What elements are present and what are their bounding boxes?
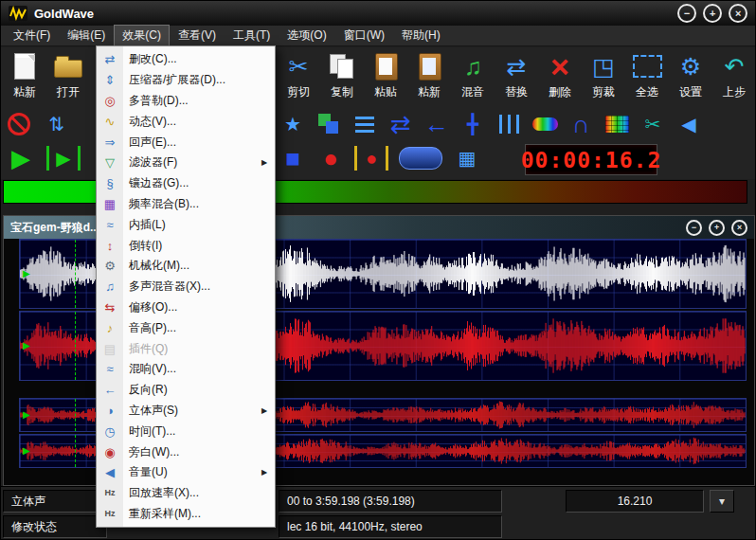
menu-item-time[interactable]: ◷ 时间(T)...: [97, 421, 275, 441]
menu-item-mixer[interactable]: ♫ 多声混音器(X)...: [97, 277, 275, 297]
playhead-marker-icon[interactable]: [23, 341, 30, 351]
menu-item-filter[interactable]: ▽ 滤波器(F): [97, 153, 275, 173]
toolbar-button-icon: [408, 49, 450, 83]
paste-button[interactable]: 粘贴: [364, 49, 407, 108]
menu-item-echo[interactable]: ⇒ 回声(E)...: [97, 132, 275, 153]
toolbar-group-right2: ★ ⇄ ← ╋ ∩ ✂ ◀: [279, 110, 703, 138]
menu-options[interactable]: 选项(O): [279, 25, 334, 46]
menu-item-invert[interactable]: ↕ 倒转(I): [97, 235, 275, 256]
child-minimize-button[interactable]: −: [686, 220, 702, 236]
menu-item-interpolate[interactable]: ≈ 内插(L): [97, 214, 275, 235]
menu-item-label: 镶边器(G)...: [123, 175, 261, 191]
toolbar-button-icon: ◳: [583, 49, 624, 83]
bridge-button[interactable]: ∩: [567, 110, 595, 138]
menu-item-mechanize[interactable]: ⚙ 机械化(M)...: [97, 256, 275, 277]
gear-icon: ⚙: [680, 55, 701, 79]
reverse-icon: ←: [97, 384, 123, 396]
menu-edit[interactable]: 编辑(E): [59, 25, 114, 46]
split-button[interactable]: ✂: [639, 110, 667, 138]
toolbar-button-label: 剪切: [287, 84, 310, 100]
playhead-line: [75, 312, 76, 380]
menu-item-compressor-expander[interactable]: ⇕ 压缩器/扩展器(D)...: [97, 70, 275, 91]
menu-item-frequency-blend[interactable]: ▦ 频率混合(B)...: [97, 194, 275, 215]
menu-item-reverb[interactable]: ≈ 混响(V)...: [97, 359, 275, 380]
child-close-button[interactable]: ×: [731, 220, 747, 236]
mix-button[interactable]: ♫ 混音: [451, 49, 495, 108]
shift-left-button[interactable]: ←: [423, 110, 451, 138]
minimize-button[interactable]: −: [677, 4, 696, 23]
delete-button[interactable]: × 删除: [538, 49, 582, 108]
paste-new-button[interactable]: 粘新: [3, 49, 46, 108]
zoom-dropdown-button[interactable]: ▾: [710, 490, 734, 513]
menu-item-flanger[interactable]: § 镶边器(G)...: [97, 173, 275, 194]
frequency-grid-icon: ▦: [97, 198, 123, 210]
channel-swap-button[interactable]: ⇄: [387, 110, 415, 138]
menu-help[interactable]: 帮助(H): [393, 25, 449, 46]
menu-item-label: 立体声(S): [123, 403, 261, 419]
playhead-marker-icon[interactable]: [23, 269, 30, 279]
playhead-line: [75, 399, 76, 431]
no-sync-button[interactable]: [5, 110, 33, 138]
paste-new-button-2[interactable]: 粘新: [407, 49, 451, 108]
playhead-marker-icon[interactable]: [23, 410, 30, 420]
spectrum-button[interactable]: [531, 110, 559, 138]
child-maximize-button[interactable]: +: [709, 220, 725, 236]
menu-item-label: 反向(R): [123, 382, 261, 398]
menu-item-playback-rate[interactable]: Hz 回放速率(X)...: [97, 483, 275, 504]
menu-item-label: 多普勒(D)...: [123, 93, 261, 109]
replace-button[interactable]: ⇄ 替换: [495, 49, 538, 108]
select-all-button[interactable]: 全选: [625, 49, 669, 108]
menu-window[interactable]: 窗口(W): [335, 25, 393, 46]
scissors-icon: ✂: [289, 55, 309, 79]
menu-item-stereo[interactable]: ◑ 立体声(S): [97, 401, 275, 422]
maximize-button[interactable]: +: [703, 4, 722, 23]
settings-button[interactable]: ⚙ 设置: [669, 49, 712, 108]
oval-control-button[interactable]: [398, 144, 443, 172]
play-button[interactable]: ▶: [7, 144, 35, 172]
equalizer-button[interactable]: [495, 110, 523, 138]
goldwave-window: GoldWave −+× 文件(F)编辑(E)效果(C)查看(V)工具(T)选项…: [0, 0, 756, 540]
cue-list-button[interactable]: [351, 110, 379, 138]
menu-item-plugin[interactable]: ▤ 插件(Q): [97, 338, 275, 359]
menu-item-resample[interactable]: Hz 重新采样(M)...: [97, 504, 275, 525]
cut-button[interactable]: ✂ 剪切: [277, 49, 320, 108]
layers-button[interactable]: [315, 110, 343, 138]
zoom-value-panel[interactable]: 16.210: [566, 490, 704, 513]
app-logo-icon: [9, 6, 27, 21]
menu-file[interactable]: 文件(F): [5, 25, 59, 46]
spectrogram-button[interactable]: [603, 110, 631, 138]
playhead-marker-icon[interactable]: [23, 446, 30, 456]
vertical-zoom-button[interactable]: ⇅: [43, 110, 71, 138]
menu-item-pitch[interactable]: ♪ 音高(P)...: [97, 317, 275, 338]
menu-item-dynamics[interactable]: ∿ 动态(V)...: [97, 111, 275, 132]
menu-item-reverse[interactable]: ← 反向(R): [97, 380, 275, 401]
menu-view[interactable]: 查看(V): [170, 25, 225, 46]
toolbar-button-icon: ×: [539, 49, 581, 83]
record-selection-button[interactable]: ●: [354, 146, 388, 171]
play-selection-icon: ▶: [56, 149, 70, 168]
menu-item-offset[interactable]: ⇆ 偏移(O)...: [97, 297, 275, 318]
menu-effects[interactable]: 效果(C): [114, 25, 170, 46]
close-button[interactable]: ×: [729, 4, 747, 23]
stop-button[interactable]: ■: [279, 144, 307, 172]
open-button[interactable]: 打开: [46, 49, 90, 108]
pan-move-button[interactable]: ╋: [459, 110, 487, 138]
trim-button[interactable]: ◳ 剪裁: [582, 49, 625, 108]
play-selection-button[interactable]: ▶: [46, 146, 81, 171]
menu-item-doppler[interactable]: ◎ 多普勒(D)...: [97, 91, 275, 112]
monitor-button[interactable]: ◀: [675, 110, 703, 138]
menu-item-label: 时间(T)...: [123, 423, 261, 440]
menu-item-censor[interactable]: ⇄ 删改(C)...: [97, 49, 275, 70]
marker-button[interactable]: ★: [279, 110, 307, 138]
sound-window-title: 宝石gem-野狼d...: [10, 220, 99, 236]
menu-item-volume[interactable]: ◀ 音量(U): [97, 462, 275, 483]
sound-window-controls: −+×: [686, 220, 747, 236]
record-button[interactable]: ●: [316, 144, 345, 172]
window-layout-button[interactable]: ▦: [453, 144, 481, 172]
toolbar-button-icon: [4, 49, 45, 83]
menu-tools[interactable]: 工具(T): [225, 25, 279, 46]
previous-step-button[interactable]: ↶ 上步: [712, 49, 755, 108]
menu-item-voice-over[interactable]: ◉ 旁白(W)...: [97, 441, 275, 462]
copy-button[interactable]: 复制: [320, 49, 364, 108]
effects-dropdown-menu: ⇄ 删改(C)... ⇕ 压缩器/扩展器(D)... ◎ 多普勒(D)... ∿…: [96, 45, 276, 528]
